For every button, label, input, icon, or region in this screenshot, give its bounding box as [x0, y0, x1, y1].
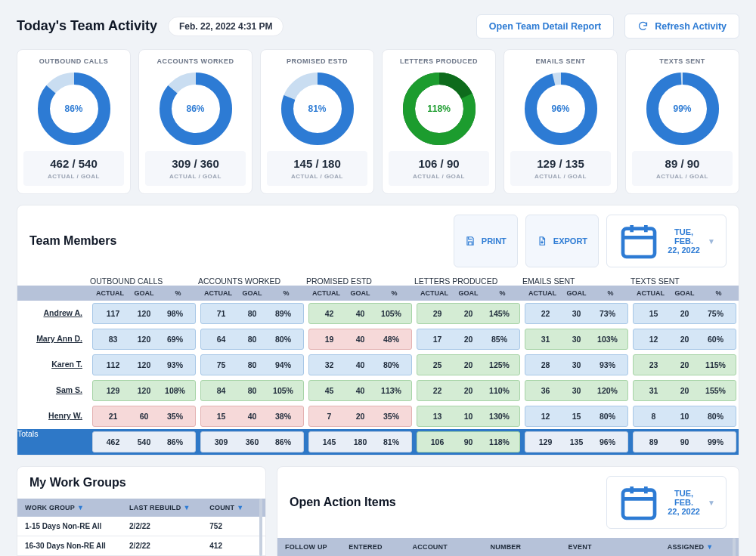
actionitems-header[interactable]: EVENT	[569, 543, 668, 551]
team-data-cell: 758094%	[200, 354, 304, 375]
team-data-cell: 223073%	[525, 303, 628, 324]
workgroup-row[interactable]: 1-15 Days Non-RE All2/2/22752	[17, 517, 265, 536]
team-member-name[interactable]: Henry W.	[17, 403, 90, 429]
kpi-card-2[interactable]: PROMISED ESTD 81% 145 / 180 ACTUAL / GOA…	[260, 49, 374, 194]
team-data-cell: 129120108%	[92, 380, 196, 401]
scrollbar[interactable]	[259, 499, 262, 556]
team-totals-cell: 12913596%	[525, 431, 628, 453]
kpi-title: ACCOUNTS WORKED	[145, 57, 246, 65]
team-date-picker[interactable]: TUE, FEB. 22, 2022 ▼	[606, 215, 727, 267]
actionitems-header[interactable]: NUMBER	[491, 543, 569, 551]
sort-icon: ▼	[237, 504, 243, 511]
date-pill: Feb. 22, 2022 4:31 PM	[168, 17, 284, 36]
team-data-cell: 4540113%	[308, 380, 412, 401]
team-date-label: TUE, FEB. 22, 2022	[668, 227, 700, 255]
workgroup-header[interactable]: COUNT▼	[209, 504, 258, 511]
team-member-name[interactable]: Andrew A.	[17, 301, 90, 326]
kpi-sublabel: ACTUAL / GOAL	[513, 173, 608, 180]
team-member-name[interactable]: Mary Ann D.	[17, 326, 90, 352]
team-totals-label: Totals	[17, 429, 90, 455]
team-member-name[interactable]: Karen T.	[17, 352, 90, 378]
export-button[interactable]: EXPORT	[525, 215, 599, 267]
save-icon	[465, 236, 476, 246]
refresh-activity-button[interactable]: Refresh Activity	[624, 14, 739, 39]
actionitems-header[interactable]: ENTERED	[349, 543, 412, 551]
kpi-title: OUTBOUND CALLS	[23, 57, 124, 65]
kpi-percent: 118%	[401, 71, 477, 147]
team-data-cell: 121580%	[525, 406, 628, 427]
team-totals-cell: 10690118%	[417, 431, 520, 453]
kpi-ratio: 309 / 360	[148, 157, 243, 170]
actionitems-header[interactable]: ASSIGNED▼	[668, 543, 731, 551]
workgroup-row[interactable]: 16-30 Days Non-RE All2/2/22412	[17, 536, 265, 556]
team-subheader: ACTUALGOAL%	[522, 286, 631, 301]
team-data-cell: 2920145%	[417, 303, 520, 324]
team-data-cell: 2520125%	[417, 354, 520, 375]
actionitems-header[interactable]: ACCOUNT	[413, 543, 491, 551]
refresh-activity-label: Refresh Activity	[655, 21, 727, 32]
kpi-title: TEXTS SENT	[632, 57, 733, 65]
team-subheader: ACTUALGOAL%	[306, 286, 414, 301]
print-button[interactable]: PRINT	[454, 215, 518, 267]
actionitems-header-row: FOLLOW UPENTEREDACCOUNTNUMBEREVENTASSIGN…	[277, 538, 739, 556]
team-subheader: ACTUALGOAL%	[198, 286, 306, 301]
team-data-cell: 122060%	[633, 329, 736, 350]
kpi-ratio: 106 / 90	[392, 157, 486, 170]
team-category-header: ACCOUNTS WORKED	[198, 276, 306, 286]
open-team-detail-button[interactable]: Open Team Detail Report	[476, 14, 614, 39]
kpi-donut: 96%	[523, 71, 599, 147]
svg-rect-13	[623, 229, 655, 257]
kpi-donut: 81%	[280, 71, 355, 147]
team-totals-cell: 30936086%	[200, 431, 304, 453]
kpi-sublabel: ACTUAL / GOAL	[148, 173, 243, 180]
action-items-title: Open Action Items	[290, 496, 396, 509]
workgroup-header[interactable]: LAST REBUILD▼	[129, 504, 209, 511]
action-items-date-picker[interactable]: TUE, FEB. 22, 2022 ▼	[606, 476, 727, 529]
kpi-title: LETTERS PRODUCED	[389, 57, 489, 65]
team-members-panel: Team Members PRINT EXPORT TUE, FEB. 22, …	[17, 205, 739, 456]
kpi-card-5[interactable]: TEXTS SENT 99% 89 / 90 ACTUAL / GOAL	[625, 49, 739, 194]
team-totals-cell: 899099%	[633, 431, 736, 453]
calendar-icon	[618, 481, 660, 524]
team-member-name[interactable]: Sam S.	[17, 378, 90, 403]
kpi-card-1[interactable]: ACCOUNTS WORKED 86% 309 / 360 ACTUAL / G…	[138, 49, 253, 194]
scrollbar[interactable]	[733, 538, 736, 556]
sort-icon: ▼	[77, 504, 84, 511]
kpi-card-0[interactable]: OUTBOUND CALLS 86% 462 / 540 ACTUAL / GO…	[17, 49, 131, 194]
svg-rect-14	[623, 490, 655, 518]
team-members-title: Team Members	[29, 234, 116, 248]
kpi-card-3[interactable]: LETTERS PRODUCED 118% 106 / 90 ACTUAL / …	[382, 49, 496, 194]
kpi-sublabel: ACTUAL / GOAL	[270, 173, 364, 180]
team-data-cell: 8312069%	[92, 329, 196, 350]
team-data-cell: 154038%	[200, 406, 304, 427]
kpi-percent: 81%	[280, 71, 355, 147]
kpi-card-4[interactable]: EMAILS SENT 96% 129 / 135 ACTUAL / GOAL	[503, 49, 618, 194]
workgroup-header-row: WORK GROUP▼LAST REBUILD▼COUNT▼	[17, 499, 265, 517]
team-subheader: ACTUALGOAL%	[90, 286, 198, 301]
kpi-donut: 86%	[36, 71, 112, 147]
actionitems-header[interactable]: FOLLOW UP	[285, 543, 349, 551]
export-icon	[537, 236, 547, 246]
team-data-cell: 2220110%	[417, 380, 520, 401]
kpi-donut: 99%	[645, 71, 720, 147]
team-category-header: EMAILS SENT	[522, 276, 631, 286]
team-data-cell: 194048%	[308, 329, 412, 350]
kpi-ratio: 129 / 135	[513, 157, 608, 170]
workgroup-header[interactable]: WORK GROUP▼	[25, 504, 129, 511]
team-totals-cell: 14518081%	[308, 431, 412, 453]
work-groups-title: My Work Groups	[29, 476, 126, 490]
team-data-cell: 1310130%	[417, 406, 520, 427]
kpi-title: PROMISED ESTD	[267, 57, 367, 65]
team-totals-cell: 46254086%	[92, 431, 196, 453]
chevron-down-icon: ▼	[708, 237, 715, 246]
kpi-percent: 99%	[645, 71, 720, 147]
action-items-date-label: TUE, FEB. 22, 2022	[668, 489, 700, 516]
team-data-cell: 8480105%	[200, 380, 304, 401]
kpi-ratio: 89 / 90	[635, 157, 730, 170]
team-data-cell: 4240105%	[308, 303, 412, 324]
team-category-header: PROMISED ESTD	[306, 276, 414, 286]
team-data-cell: 3120155%	[633, 380, 736, 401]
team-data-cell: 216035%	[92, 406, 196, 427]
team-subheader: ACTUALGOAL%	[414, 286, 522, 301]
export-label: EXPORT	[553, 236, 587, 246]
